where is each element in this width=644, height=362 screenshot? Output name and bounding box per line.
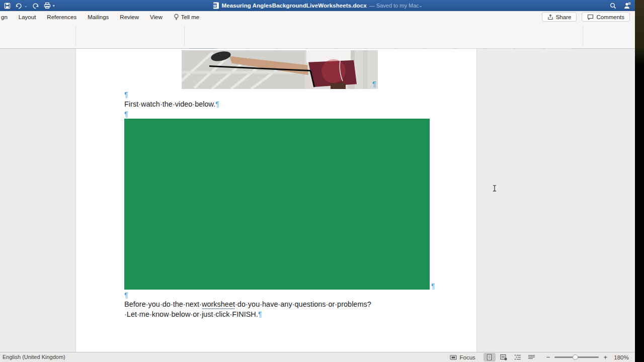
zoom-in-button[interactable]: + xyxy=(601,353,610,361)
print-layout-view-button[interactable] xyxy=(484,353,496,361)
word-doc-icon: W xyxy=(213,2,219,9)
outline-view-icon xyxy=(514,354,521,360)
title-bar: ⌄ ▾ W Measuring AnglesBackgroundLiveWork… xyxy=(0,0,635,11)
zoom-slider-thumb[interactable] xyxy=(573,354,578,360)
worksheet-link[interactable]: worksheet xyxy=(202,300,235,309)
tab-tell-me[interactable]: Tell me xyxy=(168,12,205,23)
word-window: ⌄ ▾ W Measuring AnglesBackgroundLiveWork… xyxy=(0,0,635,362)
ribbon: 2 ⌄ Aˆ Aˇ Aa⌄ A x₂ x² A⌄ ⌄ A⌄ ⌄ 123 ⌄ xyxy=(0,23,635,49)
print-icon[interactable] xyxy=(44,2,51,9)
pilcrow-mark: ¶ xyxy=(124,110,128,118)
search-icon[interactable] xyxy=(610,3,616,9)
undo-dropdown-chevron[interactable]: ⌄ xyxy=(24,4,28,8)
menubar-right: Share Comments xyxy=(542,12,630,22)
comments-button[interactable]: Comments xyxy=(582,12,630,22)
ribbon-tabs: gn Layout References Mailings Review Vie… xyxy=(0,12,205,23)
ribbon-tab-bar: gn Layout References Mailings Review Vie… xyxy=(0,11,635,23)
web-layout-icon xyxy=(500,354,507,360)
statusbar-right: Focus − + 180% xyxy=(450,352,635,362)
lightbulb-icon xyxy=(174,14,179,21)
intro-paragraph[interactable]: First·watch·the·video·below.¶ xyxy=(124,99,219,109)
document-title: Measuring AnglesBackgroundLiveWorksheets… xyxy=(222,3,367,9)
document-page[interactable]: ¶ ¶ First·watch·the·video·below.¶ ¶ ¶ ¶ … xyxy=(75,49,477,352)
embedded-video-placeholder[interactable] xyxy=(124,119,430,290)
screen: ⌄ ▾ W Measuring AnglesBackgroundLiveWork… xyxy=(0,0,644,362)
tab-layout[interactable]: Layout xyxy=(13,12,42,22)
language-status[interactable]: English (United Kingdom) xyxy=(3,354,65,360)
draft-view-button[interactable] xyxy=(526,353,538,361)
closing-text-1: Before·you·do·the·next· xyxy=(124,300,202,308)
quick-access-toolbar: ⌄ ▾ xyxy=(0,2,55,9)
pilcrow-mark: ¶ xyxy=(258,310,262,318)
web-layout-view-button[interactable] xyxy=(498,353,510,361)
zoom-slider[interactable] xyxy=(554,356,599,358)
tab-design-partial[interactable]: gn xyxy=(0,12,13,22)
tab-review[interactable]: Review xyxy=(114,12,144,22)
window-title: W Measuring AnglesBackgroundLiveWorkshee… xyxy=(0,0,635,11)
account-person-icon[interactable] xyxy=(623,2,631,9)
redo-icon[interactable] xyxy=(32,3,39,9)
draft-view-icon xyxy=(528,355,535,360)
closing-paragraph[interactable]: Before·you·do·the·next·worksheet·do·you·… xyxy=(124,299,420,319)
focus-label: Focus xyxy=(459,354,475,360)
comments-label: Comments xyxy=(596,14,624,20)
pilcrow-mark: ¶ xyxy=(124,291,128,299)
tab-tell-me-label: Tell me xyxy=(181,14,199,20)
share-icon xyxy=(547,14,553,20)
zoom-level[interactable]: 180% xyxy=(610,354,633,360)
intro-text: First·watch·the·video·below. xyxy=(124,100,215,108)
pilcrow-mark: ¶ xyxy=(431,282,435,290)
zoom-out-button[interactable]: − xyxy=(544,353,553,361)
undo-icon[interactable] xyxy=(15,3,22,9)
text-cursor-ibeam xyxy=(492,185,497,194)
pilcrow-mark: ¶ xyxy=(215,100,219,108)
share-label: Share xyxy=(556,14,572,20)
qat-customize-chevron[interactable]: ▾ xyxy=(53,4,55,8)
tab-mailings[interactable]: Mailings xyxy=(82,12,114,22)
zoom-control: − + xyxy=(544,353,610,361)
share-button[interactable]: Share xyxy=(542,12,577,22)
save-icon[interactable] xyxy=(4,3,11,9)
pilcrow-mark: ¶ xyxy=(372,80,376,88)
desktop-background-strip xyxy=(635,0,644,362)
titlebar-right xyxy=(610,0,631,11)
focus-button[interactable]: Focus xyxy=(450,354,475,360)
tab-references[interactable]: References xyxy=(41,12,82,22)
tab-view[interactable]: View xyxy=(144,12,168,22)
svg-text:W: W xyxy=(213,4,216,8)
pilcrow-mark: ¶ xyxy=(124,90,128,99)
status-bar: English (United Kingdom) Focus − + xyxy=(0,352,635,362)
focus-icon xyxy=(450,355,457,360)
inline-photo-stretching-angle[interactable] xyxy=(182,50,378,89)
outline-view-button[interactable] xyxy=(512,353,524,361)
saved-status-chevron[interactable]: ⌄ xyxy=(419,4,423,8)
print-layout-icon xyxy=(486,354,493,360)
comment-icon xyxy=(587,14,594,20)
saved-status[interactable]: — Saved to my Mac xyxy=(369,3,419,9)
document-canvas[interactable]: ¶ ¶ First·watch·the·video·below.¶ ¶ ¶ ¶ … xyxy=(0,49,635,352)
